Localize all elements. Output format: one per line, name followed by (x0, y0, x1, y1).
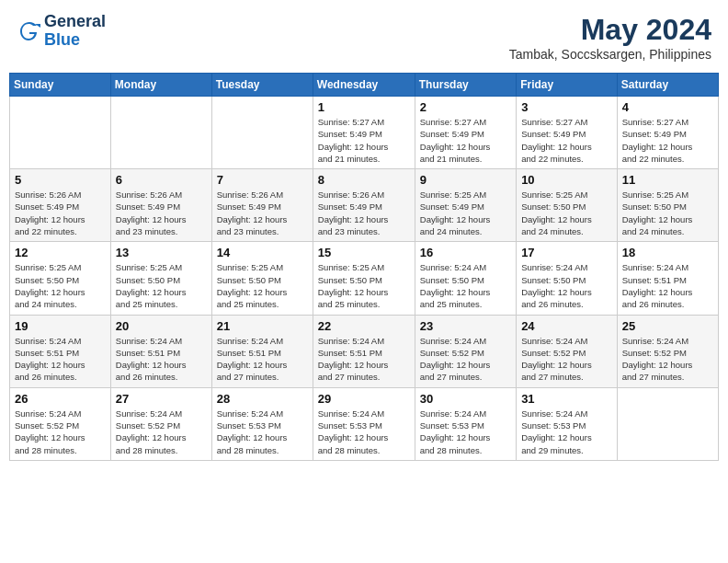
weekday-header-friday: Friday (517, 74, 618, 97)
day-info: Sunrise: 5:24 AM Sunset: 5:53 PM Dayligh… (521, 408, 612, 456)
calendar-cell: 16Sunrise: 5:24 AM Sunset: 5:50 PM Dayli… (415, 242, 516, 315)
calendar-cell: 3Sunrise: 5:27 AM Sunset: 5:49 PM Daylig… (517, 97, 618, 169)
day-info: Sunrise: 5:24 AM Sunset: 5:53 PM Dayligh… (318, 408, 410, 456)
day-number: 5 (15, 173, 106, 187)
weekday-header-saturday: Saturday (617, 74, 718, 97)
calendar-cell: 11Sunrise: 5:25 AM Sunset: 5:50 PM Dayli… (617, 169, 718, 242)
calendar-cell (617, 387, 718, 460)
calendar-cell: 31Sunrise: 5:24 AM Sunset: 5:53 PM Dayli… (517, 387, 618, 460)
day-number: 16 (420, 246, 511, 259)
weekday-header-wednesday: Wednesday (313, 74, 415, 97)
calendar-cell: 7Sunrise: 5:26 AM Sunset: 5:49 PM Daylig… (211, 169, 313, 242)
day-number: 23 (420, 319, 511, 333)
calendar-cell: 1Sunrise: 5:27 AM Sunset: 5:49 PM Daylig… (313, 97, 415, 169)
day-number: 1 (318, 100, 410, 114)
calendar-cell (211, 97, 313, 169)
day-info: Sunrise: 5:27 AM Sunset: 5:49 PM Dayligh… (318, 116, 410, 165)
day-number: 3 (521, 100, 612, 114)
day-number: 29 (318, 392, 410, 406)
day-number: 8 (318, 173, 410, 187)
day-info: Sunrise: 5:24 AM Sunset: 5:51 PM Dayligh… (116, 335, 207, 384)
day-info: Sunrise: 5:25 AM Sunset: 5:50 PM Dayligh… (318, 261, 410, 310)
day-number: 12 (15, 246, 106, 259)
day-info: Sunrise: 5:24 AM Sunset: 5:53 PM Dayligh… (217, 408, 308, 456)
day-info: Sunrise: 5:24 AM Sunset: 5:51 PM Dayligh… (622, 261, 713, 310)
day-info: Sunrise: 5:24 AM Sunset: 5:50 PM Dayligh… (420, 261, 511, 310)
calendar-cell: 22Sunrise: 5:24 AM Sunset: 5:51 PM Dayli… (313, 315, 415, 387)
day-number: 11 (622, 173, 713, 187)
calendar-cell: 28Sunrise: 5:24 AM Sunset: 5:53 PM Dayli… (211, 387, 313, 460)
calendar-cell: 27Sunrise: 5:24 AM Sunset: 5:52 PM Dayli… (110, 387, 211, 460)
day-info: Sunrise: 5:24 AM Sunset: 5:53 PM Dayligh… (420, 408, 511, 456)
day-info: Sunrise: 5:24 AM Sunset: 5:52 PM Dayligh… (622, 335, 713, 384)
day-info: Sunrise: 5:26 AM Sunset: 5:49 PM Dayligh… (15, 189, 106, 237)
title-section: May 2024 Tambak, Soccsksargen, Philippin… (509, 13, 711, 62)
day-number: 30 (420, 392, 511, 406)
day-number: 13 (116, 246, 207, 259)
calendar-cell: 4Sunrise: 5:27 AM Sunset: 5:49 PM Daylig… (617, 97, 718, 169)
calendar-cell: 13Sunrise: 5:25 AM Sunset: 5:50 PM Dayli… (110, 242, 211, 315)
day-number: 4 (622, 100, 713, 114)
day-number: 7 (217, 173, 308, 187)
page-header: General Blue May 2024 Tambak, Soccsksarg… (9, 9, 719, 65)
location-subtitle: Tambak, Soccsksargen, Philippines (509, 47, 711, 62)
day-number: 20 (116, 319, 207, 333)
day-info: Sunrise: 5:24 AM Sunset: 5:51 PM Dayligh… (217, 335, 308, 384)
day-number: 6 (116, 173, 207, 187)
logo-text: General Blue (44, 13, 106, 50)
day-info: Sunrise: 5:24 AM Sunset: 5:51 PM Dayligh… (15, 335, 106, 384)
calendar-cell: 18Sunrise: 5:24 AM Sunset: 5:51 PM Dayli… (617, 242, 718, 315)
day-info: Sunrise: 5:24 AM Sunset: 5:52 PM Dayligh… (521, 335, 612, 384)
calendar-week-4: 19Sunrise: 5:24 AM Sunset: 5:51 PM Dayli… (10, 315, 719, 387)
day-number: 2 (420, 100, 511, 114)
day-info: Sunrise: 5:25 AM Sunset: 5:50 PM Dayligh… (116, 261, 207, 310)
day-number: 21 (217, 319, 308, 333)
calendar-cell: 15Sunrise: 5:25 AM Sunset: 5:50 PM Dayli… (313, 242, 415, 315)
logo: General Blue (17, 13, 106, 50)
calendar-cell: 10Sunrise: 5:25 AM Sunset: 5:50 PM Dayli… (517, 169, 618, 242)
day-info: Sunrise: 5:25 AM Sunset: 5:50 PM Dayligh… (217, 261, 308, 310)
day-info: Sunrise: 5:24 AM Sunset: 5:52 PM Dayligh… (116, 408, 207, 456)
calendar-cell: 19Sunrise: 5:24 AM Sunset: 5:51 PM Dayli… (10, 315, 111, 387)
day-number: 25 (622, 319, 713, 333)
calendar-week-5: 26Sunrise: 5:24 AM Sunset: 5:52 PM Dayli… (10, 387, 719, 460)
calendar-week-1: 1Sunrise: 5:27 AM Sunset: 5:49 PM Daylig… (10, 97, 719, 169)
calendar-cell: 23Sunrise: 5:24 AM Sunset: 5:52 PM Dayli… (415, 315, 516, 387)
day-info: Sunrise: 5:26 AM Sunset: 5:49 PM Dayligh… (116, 189, 207, 237)
calendar-week-2: 5Sunrise: 5:26 AM Sunset: 5:49 PM Daylig… (10, 169, 719, 242)
day-number: 22 (318, 319, 410, 333)
calendar-cell: 2Sunrise: 5:27 AM Sunset: 5:49 PM Daylig… (415, 97, 516, 169)
day-info: Sunrise: 5:25 AM Sunset: 5:50 PM Dayligh… (15, 261, 106, 310)
weekday-header-row: SundayMondayTuesdayWednesdayThursdayFrid… (10, 74, 719, 97)
calendar-cell: 14Sunrise: 5:25 AM Sunset: 5:50 PM Dayli… (211, 242, 313, 315)
calendar-cell: 26Sunrise: 5:24 AM Sunset: 5:52 PM Dayli… (10, 387, 111, 460)
day-number: 24 (521, 319, 612, 333)
day-info: Sunrise: 5:24 AM Sunset: 5:51 PM Dayligh… (318, 335, 410, 384)
day-info: Sunrise: 5:26 AM Sunset: 5:49 PM Dayligh… (217, 189, 308, 237)
calendar-cell: 29Sunrise: 5:24 AM Sunset: 5:53 PM Dayli… (313, 387, 415, 460)
day-number: 26 (15, 392, 106, 406)
calendar-cell: 9Sunrise: 5:25 AM Sunset: 5:49 PM Daylig… (415, 169, 516, 242)
day-info: Sunrise: 5:25 AM Sunset: 5:49 PM Dayligh… (420, 189, 511, 237)
day-info: Sunrise: 5:24 AM Sunset: 5:50 PM Dayligh… (521, 261, 612, 310)
day-info: Sunrise: 5:25 AM Sunset: 5:50 PM Dayligh… (622, 189, 713, 237)
weekday-header-tuesday: Tuesday (211, 74, 313, 97)
calendar-cell: 8Sunrise: 5:26 AM Sunset: 5:49 PM Daylig… (313, 169, 415, 242)
day-number: 15 (318, 246, 410, 259)
day-number: 17 (521, 246, 612, 259)
calendar-cell: 21Sunrise: 5:24 AM Sunset: 5:51 PM Dayli… (211, 315, 313, 387)
weekday-header-thursday: Thursday (415, 74, 516, 97)
day-number: 10 (521, 173, 612, 187)
day-number: 27 (116, 392, 207, 406)
calendar-cell: 5Sunrise: 5:26 AM Sunset: 5:49 PM Daylig… (10, 169, 111, 242)
day-info: Sunrise: 5:27 AM Sunset: 5:49 PM Dayligh… (622, 116, 713, 165)
calendar-cell: 12Sunrise: 5:25 AM Sunset: 5:50 PM Dayli… (10, 242, 111, 315)
calendar-cell (110, 97, 211, 169)
calendar-table: SundayMondayTuesdayWednesdayThursdayFrid… (9, 73, 719, 461)
calendar-cell: 30Sunrise: 5:24 AM Sunset: 5:53 PM Dayli… (415, 387, 516, 460)
day-number: 28 (217, 392, 308, 406)
day-info: Sunrise: 5:25 AM Sunset: 5:50 PM Dayligh… (521, 189, 612, 237)
calendar-cell: 20Sunrise: 5:24 AM Sunset: 5:51 PM Dayli… (110, 315, 211, 387)
day-info: Sunrise: 5:27 AM Sunset: 5:49 PM Dayligh… (420, 116, 511, 165)
day-info: Sunrise: 5:24 AM Sunset: 5:52 PM Dayligh… (15, 408, 106, 456)
